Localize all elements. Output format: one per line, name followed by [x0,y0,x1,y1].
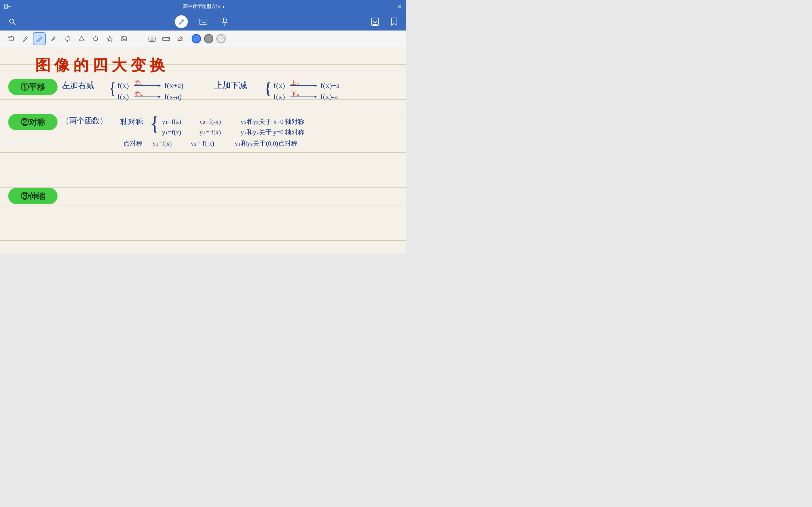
svg-line-21 [37,41,37,41]
color-gray[interactable] [204,34,213,44]
svg-text:y₂=f(-x): y₂=f(-x) [200,118,221,125]
svg-line-5 [13,23,15,25]
svg-text:{: { [150,111,160,135]
svg-marker-30 [107,36,112,41]
bookmark-button[interactable] [387,15,400,28]
camera-tool[interactable] [146,32,158,45]
svg-marker-57 [158,96,161,98]
svg-text:右a: 右a [135,91,143,97]
pen-tool-button[interactable] [175,15,188,28]
drawing-toolbar [0,31,406,47]
svg-text:f(x)+a: f(x)+a [320,81,340,90]
svg-marker-24 [79,36,84,41]
svg-rect-86 [8,188,57,204]
svg-marker-52 [158,84,161,87]
document-title: 高中数学题型方法 [183,3,221,10]
svg-text:y₂=-f(x): y₂=-f(x) [200,128,221,136]
sidebar-toggle-icon[interactable] [3,2,12,11]
marker-tool[interactable] [33,32,46,45]
svg-rect-16 [223,18,226,22]
svg-text:图 像 的 四 大 变 换: 图 像 的 四 大 变 换 [35,57,165,74]
lasso-tool[interactable] [61,32,74,45]
pen-tool[interactable] [19,32,32,45]
title-bar-left [3,2,12,11]
svg-text:f(x)-a: f(x)-a [320,93,338,101]
svg-text:②对称: ②对称 [20,118,46,127]
svg-text:轴对称: 轴对称 [120,118,143,126]
toolbar-separator [189,34,189,43]
svg-text:y₁=f(x): y₁=f(x) [162,118,181,125]
svg-text:f(x): f(x) [117,93,129,101]
color-transparent[interactable] [216,34,226,44]
keyboard-button[interactable] [197,15,210,28]
image-tool[interactable] [117,32,130,45]
svg-text:（两个函数）: （两个函数） [62,116,107,125]
microphone-button[interactable] [218,15,231,28]
title-bar-right: ✕ [395,3,402,10]
svg-rect-7 [199,19,207,24]
svg-rect-31 [121,37,126,41]
svg-text:{: { [264,79,272,97]
svg-text:下a: 下a [291,91,299,97]
svg-text:③伸缩: ③伸缩 [20,191,45,201]
pencil-tool[interactable] [47,32,60,45]
svg-line-6 [182,20,183,21]
svg-text:y₂=-f(-x): y₂=-f(-x) [191,139,214,147]
svg-point-26 [95,36,96,37]
svg-text:y₁和y₂关于 y=0 轴对称: y₁和y₂关于 y=0 轴对称 [240,128,304,136]
select-tool[interactable] [89,32,102,45]
svg-rect-71 [8,114,57,130]
undo-button[interactable] [5,32,17,45]
svg-text:f(x): f(x) [273,93,285,101]
svg-text:左a: 左a [135,80,143,86]
toolbar-right [369,15,400,28]
svg-text:点对称: 点对称 [123,139,143,147]
svg-point-36 [151,38,153,41]
save-button[interactable] [369,15,381,28]
eraser-tool[interactable] [174,32,186,45]
svg-marker-64 [315,84,317,87]
svg-text:y₁和y₂关于(0,0)点对称: y₁和y₂关于(0,0)点对称 [235,139,297,147]
svg-rect-0 [4,4,7,9]
toolbar-center [175,15,231,28]
svg-text:左加右减: 左加右减 [62,81,95,90]
svg-text:y₁=f(x): y₁=f(x) [162,128,181,136]
svg-text:y₁=f(x): y₁=f(x) [153,139,172,147]
main-toolbar [0,13,406,31]
search-button[interactable] [6,15,19,28]
svg-text:f(x): f(x) [273,81,285,90]
star-tool[interactable] [103,32,116,45]
canvas-area[interactable]: 图 像 的 四 大 变 换 ①平移 左加右减 { f(x) 左a f(x+a) … [0,47,406,253]
svg-text:f(x): f(x) [117,81,129,90]
ruler-tool[interactable] [160,32,172,45]
svg-rect-45 [8,78,57,95]
svg-text:上加下减: 上加下减 [214,81,247,90]
title-bar: 高中数学题型方法 ▾ ✕ [0,0,406,13]
svg-text:①平移: ①平移 [20,82,45,92]
title-bar-center: 高中数学题型方法 ▾ [183,3,224,10]
dropdown-arrow-icon[interactable]: ▾ [222,4,224,9]
shape-tool[interactable] [75,32,88,45]
svg-text:{: { [109,79,116,97]
toolbar-left [6,15,19,28]
svg-point-25 [94,37,98,41]
color-blue[interactable] [192,34,201,44]
svg-text:f(x+a): f(x+a) [164,81,183,90]
svg-point-27 [95,40,96,41]
svg-point-28 [93,38,94,39]
svg-text:y₁和y₂关于 x=0 轴对称: y₁和y₂关于 x=0 轴对称 [240,118,304,125]
svg-marker-69 [315,96,317,98]
text-tool[interactable] [131,32,144,45]
svg-point-29 [97,38,98,39]
svg-text:f(x-a): f(x-a) [164,93,182,101]
svg-text:上a: 上a [291,80,299,86]
close-button[interactable]: ✕ [395,3,402,10]
